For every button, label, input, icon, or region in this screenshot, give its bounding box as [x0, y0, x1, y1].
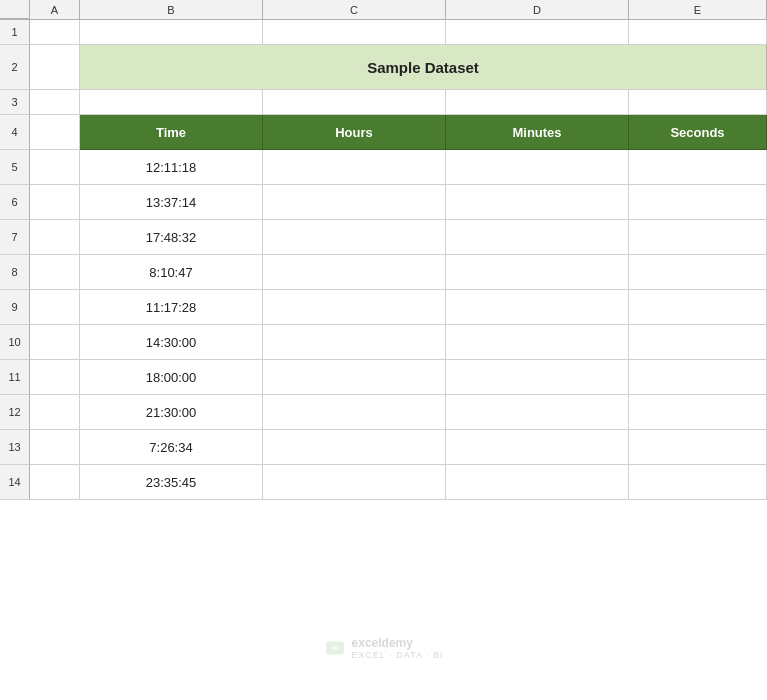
grid-body: 1 2 3 4 5 6 7 8 9 10 11 12 13 14: [0, 20, 767, 500]
cell-12b[interactable]: 21:30:00: [80, 395, 263, 430]
cell-7d[interactable]: [446, 220, 629, 255]
svg-text:XD: XD: [331, 645, 339, 651]
cell-7a[interactable]: [30, 220, 80, 255]
row-num-10: 10: [0, 325, 30, 360]
cell-1a[interactable]: [30, 20, 80, 45]
cell-8d[interactable]: [446, 255, 629, 290]
cell-12d[interactable]: [446, 395, 629, 430]
row-12: 21:30:00: [30, 395, 767, 430]
cell-9d[interactable]: [446, 290, 629, 325]
row-num-12: 12: [0, 395, 30, 430]
header-time: Time: [80, 115, 263, 150]
row-num-1: 1: [0, 20, 30, 45]
cell-7b[interactable]: 17:48:32: [80, 220, 263, 255]
col-header-d: D: [446, 0, 629, 19]
cell-14e[interactable]: [629, 465, 767, 500]
cell-3d[interactable]: [446, 90, 629, 115]
cell-10c[interactable]: [263, 325, 446, 360]
row-num-3: 3: [0, 90, 30, 115]
cell-9e[interactable]: [629, 290, 767, 325]
cell-5c[interactable]: [263, 150, 446, 185]
row-num-6: 6: [0, 185, 30, 220]
cell-7c[interactable]: [263, 220, 446, 255]
cell-9b[interactable]: 11:17:28: [80, 290, 263, 325]
cell-3c[interactable]: [263, 90, 446, 115]
cell-10e[interactable]: [629, 325, 767, 360]
watermark-icon: XD: [324, 637, 346, 659]
cell-11a[interactable]: [30, 360, 80, 395]
cell-1c[interactable]: [263, 20, 446, 45]
row-3: [30, 90, 767, 115]
watermark-text: exceldemy EXCEL · DATA · BI: [352, 636, 444, 660]
cell-2a[interactable]: [30, 45, 80, 90]
cell-5a[interactable]: [30, 150, 80, 185]
column-headers: A B C D E: [0, 0, 767, 20]
header-seconds: Seconds: [629, 115, 767, 150]
title-cell[interactable]: Sample Dataset: [80, 45, 767, 90]
cell-6b[interactable]: 13:37:14: [80, 185, 263, 220]
cell-11d[interactable]: [446, 360, 629, 395]
row-num-5: 5: [0, 150, 30, 185]
cell-8c[interactable]: [263, 255, 446, 290]
cell-6c[interactable]: [263, 185, 446, 220]
cell-6a[interactable]: [30, 185, 80, 220]
cell-8b[interactable]: 8:10:47: [80, 255, 263, 290]
cell-13a[interactable]: [30, 430, 80, 465]
cell-6d[interactable]: [446, 185, 629, 220]
row-9: 11:17:28: [30, 290, 767, 325]
cell-12c[interactable]: [263, 395, 446, 430]
cell-1e[interactable]: [629, 20, 767, 45]
cell-8e[interactable]: [629, 255, 767, 290]
cell-13c[interactable]: [263, 430, 446, 465]
cell-3e[interactable]: [629, 90, 767, 115]
cell-3a[interactable]: [30, 90, 80, 115]
row-num-14: 14: [0, 465, 30, 500]
col-header-a: A: [30, 0, 80, 19]
row-11: 18:00:00: [30, 360, 767, 395]
row-8: 8:10:47: [30, 255, 767, 290]
cell-1b[interactable]: [80, 20, 263, 45]
cell-12e[interactable]: [629, 395, 767, 430]
cell-8a[interactable]: [30, 255, 80, 290]
row-num-11: 11: [0, 360, 30, 395]
cell-9c[interactable]: [263, 290, 446, 325]
cell-10d[interactable]: [446, 325, 629, 360]
cell-5e[interactable]: [629, 150, 767, 185]
header-minutes: Minutes: [446, 115, 629, 150]
cell-14b[interactable]: 23:35:45: [80, 465, 263, 500]
row-13: 7:26:34: [30, 430, 767, 465]
cell-9a[interactable]: [30, 290, 80, 325]
cell-14c[interactable]: [263, 465, 446, 500]
row-num-7: 7: [0, 220, 30, 255]
cell-11b[interactable]: 18:00:00: [80, 360, 263, 395]
cell-5b[interactable]: 12:11:18: [80, 150, 263, 185]
row-num-13: 13: [0, 430, 30, 465]
cell-12a[interactable]: [30, 395, 80, 430]
cell-3b[interactable]: [80, 90, 263, 115]
cell-7e[interactable]: [629, 220, 767, 255]
cell-4a[interactable]: [30, 115, 80, 150]
row-4-headers: Time Hours Minutes Seconds: [30, 115, 767, 150]
row-5: 12:11:18: [30, 150, 767, 185]
cell-10b[interactable]: 14:30:00: [80, 325, 263, 360]
row-num-9: 9: [0, 290, 30, 325]
cell-11c[interactable]: [263, 360, 446, 395]
row-num-8: 8: [0, 255, 30, 290]
col-header-c: C: [263, 0, 446, 19]
cell-14a[interactable]: [30, 465, 80, 500]
cell-11e[interactable]: [629, 360, 767, 395]
cell-14d[interactable]: [446, 465, 629, 500]
data-grid: Sample Dataset Time Hours Minutes Second…: [30, 20, 767, 500]
corner-cell: [0, 0, 30, 19]
cell-1d[interactable]: [446, 20, 629, 45]
cell-10a[interactable]: [30, 325, 80, 360]
row-1: [30, 20, 767, 45]
watermark: XD exceldemy EXCEL · DATA · BI: [324, 636, 444, 660]
cell-13e[interactable]: [629, 430, 767, 465]
cell-13d[interactable]: [446, 430, 629, 465]
cell-5d[interactable]: [446, 150, 629, 185]
cell-13b[interactable]: 7:26:34: [80, 430, 263, 465]
cell-6e[interactable]: [629, 185, 767, 220]
row-7: 17:48:32: [30, 220, 767, 255]
spreadsheet: A B C D E 1 2 3 4 5 6 7 8 9 10 11 12 13 …: [0, 0, 767, 700]
